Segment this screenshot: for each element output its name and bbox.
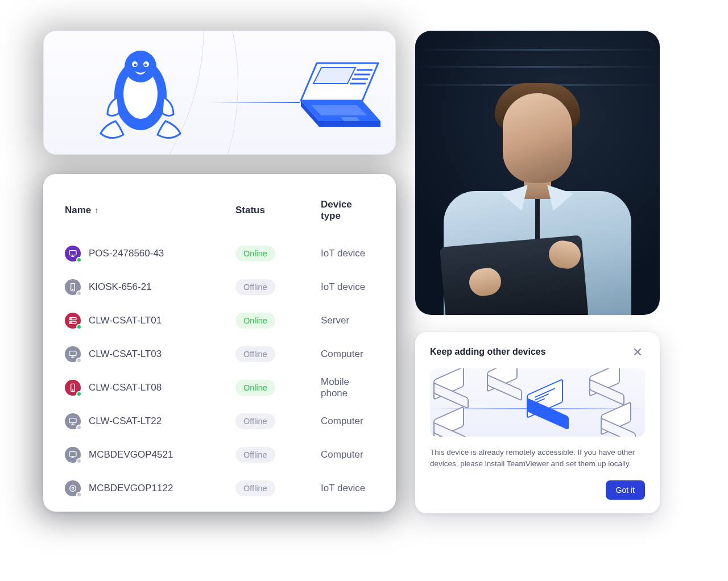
svg-point-5 xyxy=(134,64,137,67)
svg-point-4 xyxy=(143,61,149,67)
dialog-illustration xyxy=(430,368,645,437)
device-type: IoT device xyxy=(321,248,374,259)
table-row[interactable]: MCBDEVGOP1122OfflineIoT device xyxy=(65,471,374,505)
svg-rect-18 xyxy=(69,250,76,255)
status-pill: Offline xyxy=(235,447,275,463)
status-pill: Online xyxy=(235,380,275,396)
column-header-type-label: Device type xyxy=(321,199,352,221)
device-icon-wrap xyxy=(65,279,81,295)
status-pill: Offline xyxy=(235,279,275,295)
table-row[interactable]: KIOSK-656-21OfflineIoT device xyxy=(65,270,374,304)
svg-marker-8 xyxy=(313,68,355,84)
table-row[interactable]: CLW-CSAT-LT01OnlineServer xyxy=(65,304,374,337)
svg-rect-32 xyxy=(69,418,76,422)
svg-point-31 xyxy=(72,389,73,390)
device-name: MCBDEVGOP1122 xyxy=(89,483,235,494)
device-name: POS-2478560-43 xyxy=(89,248,235,259)
svg-point-6 xyxy=(144,64,147,67)
svg-point-26 xyxy=(71,322,71,322)
dialog-body-text: This device is already remotely accessib… xyxy=(430,447,645,470)
column-header-status[interactable]: Status xyxy=(235,205,321,216)
connector-line xyxy=(209,102,300,103)
device-type: Computer xyxy=(321,449,374,460)
status-pill: Offline xyxy=(235,480,275,496)
column-header-name-label: Name xyxy=(65,205,91,216)
device-type: IoT device xyxy=(321,281,374,293)
device-type: IoT device xyxy=(321,483,374,494)
status-pill: Online xyxy=(235,313,275,329)
svg-rect-35 xyxy=(69,451,76,456)
status-badge-dot xyxy=(76,458,82,464)
status-badge-dot xyxy=(76,425,82,430)
device-icon-wrap xyxy=(65,447,81,463)
table-header-row: Name ↑ Status Device type xyxy=(65,199,374,222)
status-badge-dot xyxy=(76,324,82,330)
table-row[interactable]: POS-2478560-43OnlineIoT device xyxy=(65,236,374,270)
table-row[interactable]: MCBDEVGOP4521OfflineComputer xyxy=(65,438,374,471)
device-icon-wrap xyxy=(65,413,81,429)
device-status-cell: Offline xyxy=(235,413,321,429)
svg-point-39 xyxy=(72,487,73,489)
got-it-button[interactable]: Got it xyxy=(606,480,645,500)
status-badge-dot xyxy=(76,492,82,497)
keep-adding-devices-dialog: Keep adding other devices This device is… xyxy=(415,332,660,513)
status-badge-dot xyxy=(76,257,82,263)
hero-banner xyxy=(43,31,396,155)
person-holding-laptop-image xyxy=(435,69,640,315)
device-status-cell: Offline xyxy=(235,279,321,295)
table-row[interactable]: CLW-CSAT-LT22OfflineComputer xyxy=(65,404,374,438)
status-pill: Online xyxy=(235,246,275,262)
svg-point-25 xyxy=(71,318,71,319)
device-status-cell: Online xyxy=(235,380,321,396)
device-status-cell: Online xyxy=(235,246,321,262)
svg-point-0 xyxy=(114,60,167,130)
status-badge-dot xyxy=(76,290,82,296)
svg-point-1 xyxy=(123,69,158,119)
laptop-hero-icon xyxy=(288,59,388,141)
device-icon-wrap xyxy=(65,346,81,362)
device-type: Computer xyxy=(321,416,374,427)
column-header-name[interactable]: Name ↑ xyxy=(65,205,235,216)
table-row[interactable]: CLW-CSAT-LT08OnlineMobile phone xyxy=(65,371,374,404)
device-icon-wrap xyxy=(65,313,81,329)
status-badge-dot xyxy=(76,391,82,397)
svg-point-3 xyxy=(132,61,138,67)
sort-ascending-icon: ↑ xyxy=(94,206,98,215)
device-name: CLW-CSAT-LT22 xyxy=(89,416,235,427)
close-icon[interactable] xyxy=(630,345,645,359)
svg-rect-27 xyxy=(69,351,76,355)
person-photo-card xyxy=(415,31,660,315)
svg-point-22 xyxy=(72,289,73,289)
device-name: MCBDEVGOP4521 xyxy=(89,449,235,460)
linux-penguin-icon xyxy=(95,43,186,145)
device-icon-wrap xyxy=(65,380,81,396)
status-badge-dot xyxy=(76,358,82,363)
svg-point-2 xyxy=(125,51,156,82)
status-pill: Offline xyxy=(235,346,275,362)
device-name: CLW-CSAT-LT01 xyxy=(89,315,235,326)
column-header-status-label: Status xyxy=(235,205,265,215)
svg-marker-15 xyxy=(319,121,380,127)
device-status-cell: Online xyxy=(235,313,321,329)
device-name: CLW-CSAT-LT03 xyxy=(89,348,235,360)
device-icon-wrap xyxy=(65,246,81,262)
device-status-cell: Offline xyxy=(235,447,321,463)
device-type: Mobile phone xyxy=(321,376,374,399)
device-status-cell: Offline xyxy=(235,480,321,496)
table-row[interactable]: CLW-CSAT-LT03OfflineComputer xyxy=(65,337,374,371)
device-type: Server xyxy=(321,315,374,326)
device-name: CLW-CSAT-LT08 xyxy=(89,382,235,393)
devices-table-card: Name ↑ Status Device type POS-2478560-43… xyxy=(43,174,396,512)
device-name: KIOSK-656-21 xyxy=(89,281,235,293)
dialog-title: Keep adding other devices xyxy=(430,347,546,357)
device-type: Computer xyxy=(321,348,374,360)
status-pill: Offline xyxy=(235,413,275,429)
device-icon-wrap xyxy=(65,480,81,496)
svg-point-38 xyxy=(70,485,76,491)
column-header-type[interactable]: Device type xyxy=(321,199,374,222)
device-status-cell: Offline xyxy=(235,346,321,362)
